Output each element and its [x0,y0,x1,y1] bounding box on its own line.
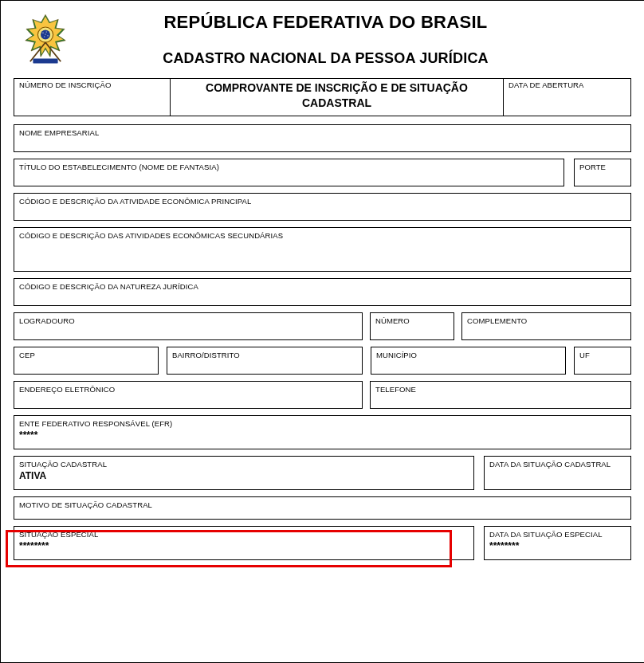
endereco-eletronico-label: ENDEREÇO ELETRÔNICO [19,385,357,394]
header-titles: REPÚBLICA FEDERATIVA DO BRASIL CADASTRO … [77,12,638,67]
telefone-label: TELEFONE [375,385,626,394]
logradouro-label: LOGRADOURO [19,316,357,325]
logradouro-box: LOGRADOURO [14,312,363,340]
efr-label: ENTE FEDERATIVO RESPONSÁVEL (EFR) [19,419,626,428]
nome-empresarial-label: NOME EMPRESARIAL [19,128,626,137]
data-situacao-cadastral-box: DATA DA SITUAÇÃO CADASTRAL [484,456,631,490]
document-page: REPÚBLICA FEDERATIVA DO BRASIL CADASTRO … [0,0,644,663]
numero-box: NÚMERO [370,312,454,340]
data-situacao-cadastral-label: DATA DA SITUAÇÃO CADASTRAL [489,460,626,469]
contato-row: ENDEREÇO ELETRÔNICO TELEFONE [14,381,631,409]
municipio-label: MUNICÍPIO [376,351,560,359]
natureza-juridica-row: CÓDIGO E DESCRIÇÃO DA NATUREZA JURÍDICA [14,278,631,306]
cep-label: CEP [19,351,153,359]
comprovante-title-box: COMPROVANTE DE INSCRIÇÃO E DE SITUAÇÃO C… [170,78,504,116]
complemento-label: COMPLEMENTO [467,316,626,325]
data-situacao-especial-label: DATA DA SITUAÇÃO ESPECIAL [489,530,626,539]
svg-point-7 [44,36,45,37]
complemento-box: COMPLEMENTO [461,312,631,340]
svg-rect-11 [33,59,57,64]
situacao-cadastral-label: SITUAÇÃO CADASTRAL [19,460,469,469]
data-abertura-label: DATA DE ABERTURA [509,80,626,89]
bairro-box: BAIRRO/DISTRITO [167,347,363,375]
municipio-box: MUNICÍPIO [371,347,566,375]
titulo-estabelecimento-label: TÍTULO DO ESTABELECIMENTO (NOME DE FANTA… [19,163,559,171]
numero-inscricao-label: NÚMERO DE INSCRIÇÃO [19,80,165,89]
cep-box: CEP [14,347,159,375]
telefone-box: TELEFONE [370,381,631,409]
data-abertura-box: DATA DE ABERTURA [504,78,631,116]
svg-point-5 [46,31,47,32]
svg-point-8 [45,33,45,34]
uf-label: UF [579,351,626,359]
natureza-juridica-box: CÓDIGO E DESCRIÇÃO DA NATUREZA JURÍDICA [14,278,631,306]
motivo-situacao-box: MOTIVO DE SITUAÇÃO CADASTRAL [14,496,631,520]
country-title: REPÚBLICA FEDERATIVA DO BRASIL [77,12,574,33]
brazil-coat-of-arms-icon [22,12,69,66]
nome-empresarial-row: NOME EMPRESARIAL [14,124,631,152]
nome-empresarial-box: NOME EMPRESARIAL [14,124,631,152]
titulo-porte-row: TÍTULO DO ESTABELECIMENTO (NOME DE FANTA… [14,159,631,186]
atividade-principal-row: CÓDIGO E DESCRIÇÃO DA ATIVIDADE ECONÔMIC… [14,193,631,221]
numero-label: NÚMERO [375,316,449,325]
efr-box: ENTE FEDERATIVO RESPONSÁVEL (EFR) ***** [14,415,631,449]
data-situacao-especial-box: DATA DA SITUAÇÃO ESPECIAL ******** [484,526,631,560]
atividades-secundarias-label: CÓDIGO E DESCRIÇÃO DAS ATIVIDADES ECONÔM… [19,231,626,240]
situacao-cadastral-row: SITUAÇÃO CADASTRAL ATIVA DATA DA SITUAÇÃ… [14,456,631,490]
situacao-cadastral-value: ATIVA [19,470,469,481]
numero-inscricao-box: NÚMERO DE INSCRIÇÃO [14,78,170,116]
svg-point-4 [42,33,43,33]
data-situacao-especial-value: ******** [489,540,626,551]
form-content: NÚMERO DE INSCRIÇÃO COMPROVANTE DE INSCR… [1,73,644,567]
atividades-secundarias-box: CÓDIGO E DESCRIÇÃO DAS ATIVIDADES ECONÔM… [14,227,631,272]
situacao-especial-row: SITUAÇÃO ESPECIAL ******** DATA DA SITUA… [14,526,631,560]
comprovante-title: COMPROVANTE DE INSCRIÇÃO E DE SITUAÇÃO C… [206,81,468,109]
titulo-estabelecimento-box: TÍTULO DO ESTABELECIMENTO (NOME DE FANTA… [14,159,564,186]
endereco-row-1: LOGRADOURO NÚMERO COMPLEMENTO [14,312,631,340]
endereco-row-2: CEP BAIRRO/DISTRITO MUNICÍPIO UF [14,347,631,375]
porte-label: PORTE [579,163,626,171]
uf-box: UF [574,347,631,375]
situacao-especial-label: SITUAÇÃO ESPECIAL [19,530,469,539]
situacao-cadastral-box: SITUAÇÃO CADASTRAL ATIVA [14,456,474,490]
situacao-especial-value: ******** [19,540,469,551]
atividade-principal-label: CÓDIGO E DESCRIÇÃO DA ATIVIDADE ECONÔMIC… [19,197,626,206]
porte-box: PORTE [574,159,631,186]
efr-value: ***** [19,430,626,441]
motivo-situacao-label: MOTIVO DE SITUAÇÃO CADASTRAL [19,500,626,509]
efr-row: ENTE FEDERATIVO RESPONSÁVEL (EFR) ***** [14,415,631,449]
endereco-eletronico-box: ENDEREÇO ELETRÔNICO [14,381,363,409]
atividades-secundarias-row: CÓDIGO E DESCRIÇÃO DAS ATIVIDADES ECONÔM… [14,227,631,272]
registry-title: CADASTRO NACIONAL DA PESSOA JURÍDICA [77,50,574,67]
top-row: NÚMERO DE INSCRIÇÃO COMPROVANTE DE INSCR… [14,78,631,116]
svg-point-6 [47,35,48,36]
atividade-principal-box: CÓDIGO E DESCRIÇÃO DA ATIVIDADE ECONÔMIC… [14,193,631,221]
natureza-juridica-label: CÓDIGO E DESCRIÇÃO DA NATUREZA JURÍDICA [19,282,626,291]
document-header: REPÚBLICA FEDERATIVA DO BRASIL CADASTRO … [1,1,644,73]
situacao-especial-box: SITUAÇÃO ESPECIAL ******** [14,526,474,560]
bairro-label: BAIRRO/DISTRITO [172,351,357,359]
motivo-situacao-row: MOTIVO DE SITUAÇÃO CADASTRAL [14,496,631,520]
